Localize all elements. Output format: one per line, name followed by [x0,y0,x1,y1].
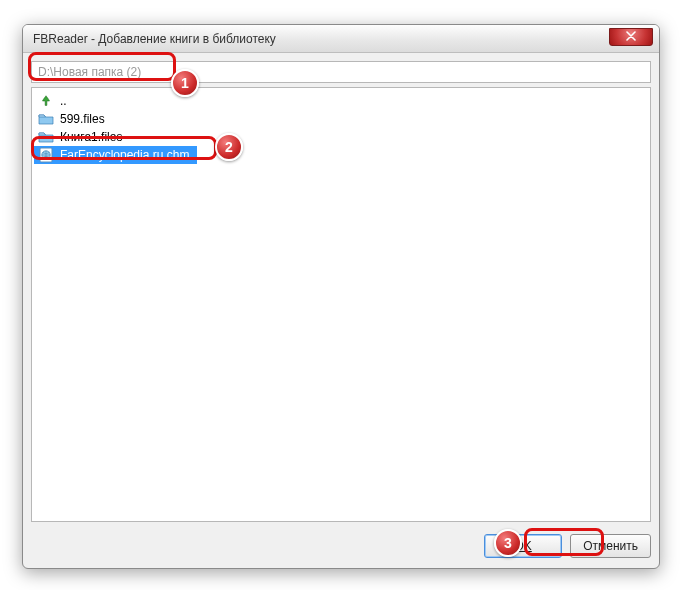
window-title: FBReader - Добавление книги в библиотеку [33,32,276,46]
list-item-label: 599.files [60,112,105,126]
dialog-window: FBReader - Добавление книги в библиотеку… [22,24,660,569]
cancel-button-label: Отменить [583,539,638,553]
list-item-label: FarEncyclopedia.ru.chm [60,148,189,162]
list-item-up[interactable]: .. [34,92,648,110]
path-input[interactable]: D:\Новая папка (2) [31,61,651,83]
list-item-label: Книга1.files [60,130,122,144]
titlebar: FBReader - Добавление книги в библиотеку [23,25,659,53]
list-item-label: .. [60,94,67,108]
ok-button-label: OK [514,539,531,553]
close-icon [626,30,636,44]
client-area: D:\Новая папка (2) .. 599.files Книга1.f… [31,61,651,522]
folder-icon [38,129,54,145]
chm-file-icon [38,147,54,163]
folder-icon [38,111,54,127]
close-button[interactable] [609,28,653,46]
path-value: D:\Новая папка (2) [38,65,141,79]
file-list[interactable]: .. 599.files Книга1.files FarEncyclopedi… [31,87,651,522]
ok-button[interactable]: OK [484,534,562,558]
up-arrow-icon [38,93,54,109]
list-item-folder[interactable]: Книга1.files [34,128,648,146]
list-item-file-selected[interactable]: FarEncyclopedia.ru.chm [34,146,197,164]
cancel-button[interactable]: Отменить [570,534,651,558]
button-bar: OK Отменить [31,534,651,558]
list-item-folder[interactable]: 599.files [34,110,648,128]
